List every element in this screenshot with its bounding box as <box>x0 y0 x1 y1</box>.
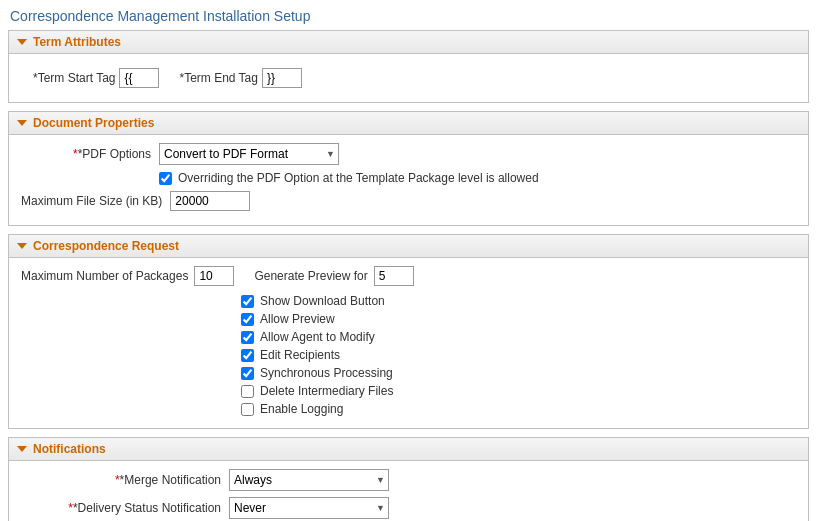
checkbox-show-download-button[interactable] <box>241 295 254 308</box>
checkbox-label-0: Show Download Button <box>260 294 385 308</box>
notifications-title: Notifications <box>33 442 106 456</box>
document-properties-header: Document Properties <box>9 112 808 135</box>
checkbox-allow-preview[interactable] <box>241 313 254 326</box>
pdf-options-select-wrapper: Convert to PDF Format Do Not Convert to … <box>159 143 339 165</box>
max-filesize-row: Maximum File Size (in KB) <box>21 191 796 211</box>
max-packages-label: Maximum Number of Packages <box>21 269 188 283</box>
term-start-group: *Term Start Tag <box>33 68 159 88</box>
correspondence-request-title: Correspondence Request <box>33 239 179 253</box>
page-title: Correspondence Management Installation S… <box>0 0 817 30</box>
correspondence-request-collapse-icon[interactable] <box>17 243 27 249</box>
checkbox-row-5: Delete Intermediary Files <box>241 384 796 398</box>
document-properties-section: Document Properties *PDF Options Convert… <box>8 111 809 226</box>
merge-notification-label: *Merge Notification <box>21 473 221 487</box>
corr-top-row: Maximum Number of Packages Generate Prev… <box>21 266 796 286</box>
checkbox-label-5: Delete Intermediary Files <box>260 384 393 398</box>
delivery-status-select-wrapper: Always Never On Error <box>229 497 389 519</box>
checkbox-row-1: Allow Preview <box>241 312 796 326</box>
checkbox-edit-recipients[interactable] <box>241 349 254 362</box>
term-attributes-collapse-icon[interactable] <box>17 39 27 45</box>
term-start-tag-input[interactable] <box>119 68 159 88</box>
notifications-collapse-icon[interactable] <box>17 446 27 452</box>
term-end-label: *Term End Tag <box>179 71 258 85</box>
merge-notification-select[interactable]: Always Never On Error <box>229 469 389 491</box>
correspondence-request-header: Correspondence Request <box>9 235 808 258</box>
pdf-options-row: *PDF Options Convert to PDF Format Do No… <box>21 143 796 165</box>
checkbox-label-3: Edit Recipients <box>260 348 340 362</box>
checkbox-row-6: Enable Logging <box>241 402 796 416</box>
correspondence-request-body: Maximum Number of Packages Generate Prev… <box>9 258 808 428</box>
delivery-status-select[interactable]: Always Never On Error <box>229 497 389 519</box>
checkbox-delete-intermediary-files[interactable] <box>241 385 254 398</box>
checkbox-row-3: Edit Recipients <box>241 348 796 362</box>
max-packages-group: Maximum Number of Packages <box>21 266 234 286</box>
term-start-label: *Term Start Tag <box>33 71 115 85</box>
term-end-group: *Term End Tag <box>179 68 302 88</box>
override-checkbox-row: Overriding the PDF Option at the Templat… <box>159 171 796 185</box>
merge-notification-row: *Merge Notification Always Never On Erro… <box>21 469 796 491</box>
checkbox-label-6: Enable Logging <box>260 402 343 416</box>
override-checkbox[interactable] <box>159 172 172 185</box>
term-tags-row: *Term Start Tag *Term End Tag <box>21 62 796 94</box>
max-filesize-label: Maximum File Size (in KB) <box>21 194 162 208</box>
document-properties-title: Document Properties <box>33 116 154 130</box>
notifications-header: Notifications <box>9 438 808 461</box>
checkbox-synchronous-processing[interactable] <box>241 367 254 380</box>
generate-preview-label: Generate Preview for <box>254 269 367 283</box>
checkbox-label-1: Allow Preview <box>260 312 335 326</box>
checkbox-allow-agent-to-modify[interactable] <box>241 331 254 344</box>
checkbox-enable-logging[interactable] <box>241 403 254 416</box>
override-label: Overriding the PDF Option at the Templat… <box>178 171 539 185</box>
pdf-options-label: *PDF Options <box>21 147 151 161</box>
checkboxes-container: Show Download ButtonAllow PreviewAllow A… <box>21 294 796 416</box>
checkbox-row-2: Allow Agent to Modify <box>241 330 796 344</box>
max-packages-input[interactable] <box>194 266 234 286</box>
checkbox-row-0: Show Download Button <box>241 294 796 308</box>
merge-notification-select-wrapper: Always Never On Error <box>229 469 389 491</box>
term-attributes-title: Term Attributes <box>33 35 121 49</box>
pdf-options-select[interactable]: Convert to PDF Format Do Not Convert to … <box>159 143 339 165</box>
document-properties-collapse-icon[interactable] <box>17 120 27 126</box>
checkbox-row-4: Synchronous Processing <box>241 366 796 380</box>
delivery-status-label: *Delivery Status Notification <box>21 501 221 515</box>
generate-preview-input[interactable] <box>374 266 414 286</box>
term-attributes-section: Term Attributes *Term Start Tag *Term En… <box>8 30 809 103</box>
notifications-body: *Merge Notification Always Never On Erro… <box>9 461 808 521</box>
max-filesize-input[interactable] <box>170 191 250 211</box>
notifications-section: Notifications *Merge Notification Always… <box>8 437 809 521</box>
delivery-status-row: *Delivery Status Notification Always Nev… <box>21 497 796 519</box>
term-attributes-header: Term Attributes <box>9 31 808 54</box>
document-properties-body: *PDF Options Convert to PDF Format Do No… <box>9 135 808 225</box>
generate-preview-group: Generate Preview for <box>254 266 413 286</box>
correspondence-request-section: Correspondence Request Maximum Number of… <box>8 234 809 429</box>
term-attributes-body: *Term Start Tag *Term End Tag <box>9 54 808 102</box>
checkbox-label-2: Allow Agent to Modify <box>260 330 375 344</box>
checkbox-label-4: Synchronous Processing <box>260 366 393 380</box>
term-end-tag-input[interactable] <box>262 68 302 88</box>
